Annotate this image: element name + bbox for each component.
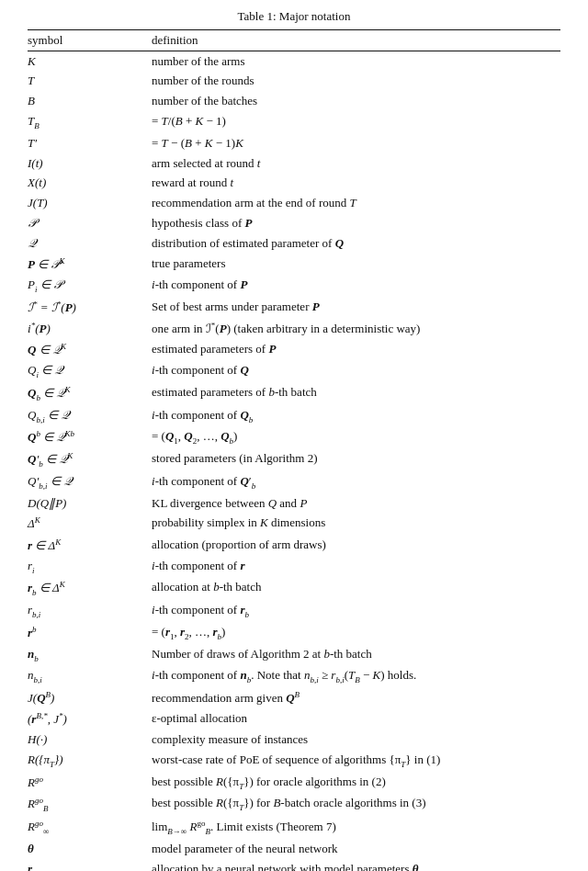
table-row: Qb,i ∈ 𝒬i-th component of Qb [28, 405, 560, 427]
symbol-cell: RgoB [28, 794, 152, 817]
symbol-cell: J(T) [28, 194, 152, 214]
symbol-cell: ri [28, 556, 152, 578]
table-row: Pi ∈ 𝒫i-th component of P [28, 275, 560, 297]
symbol-cell: θ [28, 840, 152, 860]
definition-cell: = (r1, r2, …, rb) [152, 623, 560, 645]
definition-cell: i-th component of Q [152, 361, 560, 383]
definition-cell: true parameters [152, 254, 560, 275]
symbol-cell: Q′b,i ∈ 𝒬 [28, 471, 152, 493]
definition-cell: number of the arms [152, 51, 560, 72]
table-row: J(T)recommendation arm at the end of rou… [28, 194, 560, 214]
symbol-cell: Qi ∈ 𝒬 [28, 361, 152, 383]
table-row: rθallocation by a neural network with mo… [28, 860, 560, 871]
table-row: X(t)reward at round t [28, 174, 560, 194]
table-row: i*(P)one arm in ℐ*(P) (taken arbitrary i… [28, 318, 560, 339]
table-row: ΔKprobability simplex in K dimensions [28, 514, 560, 535]
symbol-cell: I(t) [28, 153, 152, 174]
definition-cell: i-th component of Q′b [152, 471, 560, 493]
definition-cell: i-th component of P [152, 275, 560, 297]
table-row: θmodel parameter of the neural network [28, 840, 560, 860]
symbol-cell: rb ∈ ΔK [28, 578, 152, 601]
definition-cell: estimated parameters of b-th batch [152, 382, 560, 405]
symbol-cell: B [28, 92, 152, 112]
table-row: nbNumber of draws of Algorithm 2 at b-th… [28, 644, 560, 666]
symbol-cell: Pi ∈ 𝒫 [28, 275, 152, 297]
symbol-cell: Qb,i ∈ 𝒬 [28, 405, 152, 427]
table-row: D(Q‖P)KL divergence between Q and P [28, 493, 560, 514]
definition-cell: arm selected at round t [152, 153, 560, 174]
definition-cell: i-th component of r [152, 556, 560, 578]
symbol-cell: H(·) [28, 730, 152, 751]
table-row: Q′b,i ∈ 𝒬i-th component of Q′b [28, 471, 560, 493]
table-row: ℐ* = ℐ*(P)Set of best arms under paramet… [28, 297, 560, 318]
table-row: H(·)complexity measure of instances [28, 730, 560, 751]
definition-cell: = T − (B + K − 1)K [152, 133, 560, 153]
definition-cell: number of the batches [152, 92, 560, 112]
definition-cell: i-th component of Qb [152, 405, 560, 427]
definition-cell: recommendation arm at the end of round T [152, 194, 560, 214]
table-row: TB= T/(B + K − 1) [28, 112, 560, 134]
symbol-cell: 𝒬 [28, 233, 152, 254]
table-row: I(t)arm selected at round t [28, 153, 560, 174]
table-row: Rgobest possible R({πT}) for oracle algo… [28, 772, 560, 794]
definition-cell: probability simplex in K dimensions [152, 514, 560, 535]
definition-cell: estimated parameters of P [152, 339, 560, 360]
definition-cell: = T/(B + K − 1) [152, 112, 560, 134]
symbol-cell: T [28, 72, 152, 92]
table-row: rb ∈ ΔKallocation at b-th batch [28, 578, 560, 601]
symbol-cell: TB [28, 112, 152, 134]
symbol-cell: R({πT}) [28, 751, 152, 773]
notation-table: symbol definition Knumber of the armsTnu… [28, 29, 560, 871]
symbol-cell: Rgo [28, 772, 152, 794]
table-row: Bnumber of the batches [28, 92, 560, 112]
table-row: nb,ii-th component of nb. Note that nb,i… [28, 666, 560, 688]
symbol-cell: T′ [28, 133, 152, 153]
symbol-cell: Qb ∈ 𝒬K [28, 382, 152, 405]
definition-cell: KL divergence between Q and P [152, 493, 560, 514]
table-row: Qb ∈ 𝒬Kb= (Q1, Q2, …, Qb) [28, 427, 560, 449]
symbol-cell: ΔK [28, 514, 152, 535]
symbol-cell: Q′b ∈ 𝒬K [28, 448, 152, 471]
table-title: Table 1: Major notation [28, 9, 560, 24]
table-row: RgoBbest possible R({πT}) for B-batch or… [28, 794, 560, 817]
symbol-cell: rb [28, 623, 152, 645]
symbol-cell: J(QB) [28, 687, 152, 708]
definition-cell: model parameter of the neural network [152, 840, 560, 860]
symbol-cell: r ∈ ΔK [28, 535, 152, 556]
symbol-cell: Q ∈ 𝒬K [28, 339, 152, 360]
symbol-cell: D(Q‖P) [28, 493, 152, 514]
definition-cell: Set of best arms under parameter P [152, 297, 560, 318]
definition-cell: = (Q1, Q2, …, Qb) [152, 427, 560, 449]
symbol-cell: 𝒫 [28, 214, 152, 234]
table-row: P ∈ 𝒫Ktrue parameters [28, 254, 560, 275]
symbol-cell: Qb ∈ 𝒬Kb [28, 427, 152, 449]
symbol-cell: (rB,*, J*) [28, 709, 152, 730]
table-row: rb,ii-th component of rb [28, 601, 560, 623]
table-row: Rgo∞limB→∞ RgoB. Limit exists (Theorem 7… [28, 817, 560, 840]
table-row: Q′b ∈ 𝒬Kstored parameters (in Algorithm … [28, 448, 560, 471]
table-row: rb= (r1, r2, …, rb) [28, 623, 560, 645]
table-row: Qi ∈ 𝒬i-th component of Q [28, 361, 560, 383]
definition-cell: stored parameters (in Algorithm 2) [152, 448, 560, 471]
definition-cell: i-th component of rb [152, 601, 560, 623]
definition-cell: best possible R({πT}) for oracle algorit… [152, 772, 560, 794]
definition-cell: recommendation arm given QB [152, 687, 560, 708]
definition-cell: worst-case rate of PoE of sequence of al… [152, 751, 560, 773]
table-row: Tnumber of the rounds [28, 72, 560, 92]
definition-cell: one arm in ℐ*(P) (taken arbitrary in a d… [152, 318, 560, 339]
definition-cell: distribution of estimated parameter of Q [152, 233, 560, 254]
table-row: J(QB)recommendation arm given QB [28, 687, 560, 708]
symbol-cell: i*(P) [28, 318, 152, 339]
symbol-cell: K [28, 51, 152, 72]
symbol-cell: ℐ* = ℐ*(P) [28, 297, 152, 318]
table-row: T′= T − (B + K − 1)K [28, 133, 560, 153]
definition-cell: complexity measure of instances [152, 730, 560, 751]
symbol-cell: rθ [28, 860, 152, 871]
definition-cell: hypothesis class of P [152, 214, 560, 234]
symbol-cell: nb [28, 644, 152, 666]
definition-cell: Number of draws of Algorithm 2 at b-th b… [152, 644, 560, 666]
definition-cell: allocation (proportion of arm draws) [152, 535, 560, 556]
table-row: rii-th component of r [28, 556, 560, 578]
definition-cell: number of the rounds [152, 72, 560, 92]
table-row: 𝒫hypothesis class of P [28, 214, 560, 234]
